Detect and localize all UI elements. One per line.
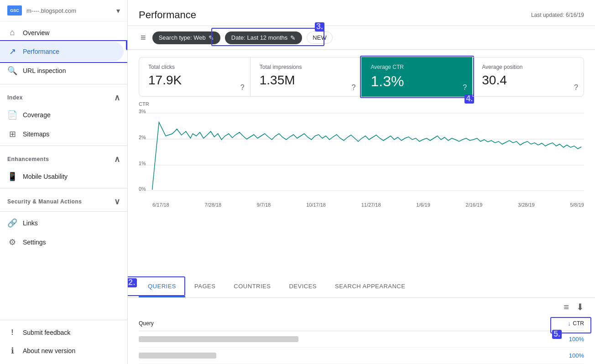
ctr-chart: 3% 2% 1% 0% — [139, 109, 584, 200]
logo-box: GSC — [7, 5, 22, 16]
x-label: 10/17/18 — [306, 202, 326, 208]
security-section-label: Security & Manual Actions — [7, 198, 82, 205]
row-query-bar — [139, 353, 216, 359]
help-icon[interactable]: ? — [463, 83, 467, 92]
metric-label: Average position — [482, 64, 574, 70]
last-updated: Last updated: 6/16/19 — [531, 12, 584, 18]
sort-icon[interactable]: ↓ — [568, 320, 571, 327]
logo-url: m----.blogspot.com — [26, 7, 112, 14]
x-label: 11/27/18 — [361, 202, 381, 208]
svg-text:2%: 2% — [139, 135, 146, 140]
home-icon: ⌂ — [7, 28, 17, 37]
divider-3 — [0, 188, 127, 188]
sidebar-item-label: Overview — [23, 29, 49, 36]
sidebar-item-links[interactable]: 🔗 Links — [0, 213, 124, 233]
table-area: ≡ ⬇ Query ↓ CTR 5. 100% 100% — [128, 298, 595, 364]
sitemaps-icon: ⊞ — [7, 129, 17, 139]
enhancements-section-label: Enhancements — [7, 156, 49, 162]
col-query-header: Query — [139, 320, 154, 327]
feedback-icon: ! — [7, 328, 17, 337]
date-edit-icon: ✎ — [290, 34, 296, 42]
sidebar-item-about-new-version[interactable]: ℹ About new version — [0, 341, 124, 360]
sidebar-item-label: Coverage — [23, 111, 51, 119]
toolbar: ≡ Search type: Web ✎ Date: Last 12 month… — [128, 26, 595, 50]
help-icon[interactable]: ? — [574, 83, 578, 92]
new-button[interactable]: NEW — [307, 31, 332, 44]
sidebar-item-performance[interactable]: ↗ Performance 1. — [0, 42, 124, 61]
index-section: Index ∧ 📄 Coverage ⊞ Sitemaps — [0, 86, 127, 144]
index-section-label: Index — [7, 94, 23, 101]
x-axis-labels: 6/17/18 7/28/18 9/7/18 10/17/18 11/27/18… — [139, 201, 584, 208]
metric-total-impressions: Total impressions 1.35M ? — [250, 57, 361, 97]
new-label: NEW — [313, 34, 326, 41]
tab-search-appearance[interactable]: SEARCH APPEARANCE — [326, 276, 414, 297]
table-filter-icon[interactable]: ≡ — [564, 302, 569, 312]
tab-label: PAGES — [194, 283, 215, 290]
enhancements-section: Enhancements ∧ 📱 Mobile Usability — [0, 148, 127, 186]
page-title: Performance — [139, 9, 196, 21]
sidebar-item-label: Submit feedback — [23, 329, 70, 336]
sidebar-logo: GSC m----.blogspot.com ▾ — [0, 0, 127, 21]
x-label: 5/8/19 — [570, 202, 584, 208]
tab-label: SEARCH APPEARANCE — [335, 283, 405, 290]
sidebar-item-submit-feedback[interactable]: ! Submit feedback — [0, 324, 124, 341]
enhancements-chevron[interactable]: ∧ — [114, 154, 120, 164]
sidebar-item-label: Links — [23, 219, 38, 227]
sidebar-item-mobile-usability[interactable]: 📱 Mobile Usability — [0, 167, 124, 186]
metric-label: Average CTR — [371, 64, 464, 70]
table-row: 100% — [139, 331, 584, 348]
sidebar-item-settings[interactable]: ⚙ Settings — [0, 233, 124, 252]
security-section-header: Security & Manual Actions ∨ — [0, 190, 127, 209]
sidebar-bottom: ! Submit feedback ℹ About new version — [0, 320, 127, 364]
table-row: 100% — [139, 348, 584, 364]
chart-y-label: CTR — [139, 101, 584, 107]
x-label: 7/28/18 — [204, 202, 221, 208]
help-icon[interactable]: ? — [240, 83, 245, 92]
main-header: Performance Last updated: 6/16/19 — [128, 0, 595, 26]
table-actions: ≡ ⬇ — [139, 298, 584, 316]
sidebar-item-overview[interactable]: ⌂ Overview — [0, 23, 124, 42]
metric-label: Total clicks — [148, 64, 241, 70]
col-ctr-header: ↓ CTR 5. — [568, 320, 584, 327]
logo-text: GSC — [10, 8, 19, 13]
date-button[interactable]: Date: Last 12 months ✎ — [225, 31, 303, 44]
metric-value: 1.35M — [260, 73, 352, 88]
tab-label: COUNTRIES — [234, 283, 271, 290]
svg-text:0%: 0% — [139, 186, 146, 192]
metric-value: 1.3% — [371, 73, 464, 90]
tab-devices[interactable]: DEVICES — [280, 276, 326, 297]
filter-icon[interactable]: ≡ — [139, 31, 148, 45]
sidebar-item-sitemaps[interactable]: ⊞ Sitemaps — [0, 125, 124, 144]
divider-4 — [0, 211, 127, 212]
security-chevron[interactable]: ∨ — [114, 197, 120, 207]
search-icon: 🔍 — [7, 66, 17, 76]
sidebar-item-label: Sitemaps — [23, 130, 49, 138]
main-content: Performance Last updated: 6/16/19 ≡ Sear… — [128, 0, 595, 364]
sidebar-item-label: URL inspection — [23, 67, 66, 74]
x-label: 6/17/18 — [152, 202, 169, 208]
annotation-1-box — [0, 40, 128, 63]
tab-countries[interactable]: COUNTRIES — [224, 276, 280, 297]
metric-average-position: Average position 30.4 ? — [472, 57, 584, 97]
sidebar: GSC m----.blogspot.com ▾ ⌂ Overview ↗ Pe… — [0, 0, 128, 364]
sidebar-item-label: About new version — [23, 347, 75, 354]
search-type-button[interactable]: Search type: Web ✎ — [152, 31, 220, 44]
metric-value: 30.4 — [482, 73, 574, 88]
metric-average-ctr: Average CTR 1.3% ? 4. — [361, 57, 473, 97]
x-label: 9/7/18 — [257, 202, 271, 208]
table-download-icon[interactable]: ⬇ — [576, 302, 584, 312]
tab-queries[interactable]: QUERIES 2. — [139, 276, 185, 297]
performance-icon: ↗ — [7, 47, 17, 57]
table-header: Query ↓ CTR 5. — [139, 316, 584, 331]
annotation-2-num: 2. — [128, 278, 137, 287]
index-chevron[interactable]: ∧ — [114, 93, 120, 103]
x-label: 1/6/19 — [416, 202, 430, 208]
sidebar-item-url-inspection[interactable]: 🔍 URL inspection — [0, 61, 124, 80]
help-icon[interactable]: ? — [352, 83, 356, 92]
sidebar-item-label: Performance — [23, 48, 59, 55]
mobile-icon: 📱 — [7, 172, 17, 182]
metrics-row: Total clicks 17.9K ? Total impressions 1… — [128, 50, 595, 97]
tab-pages[interactable]: PAGES — [185, 276, 224, 297]
sidebar-item-coverage[interactable]: 📄 Coverage — [0, 105, 124, 125]
logo-chevron[interactable]: ▾ — [116, 6, 120, 15]
